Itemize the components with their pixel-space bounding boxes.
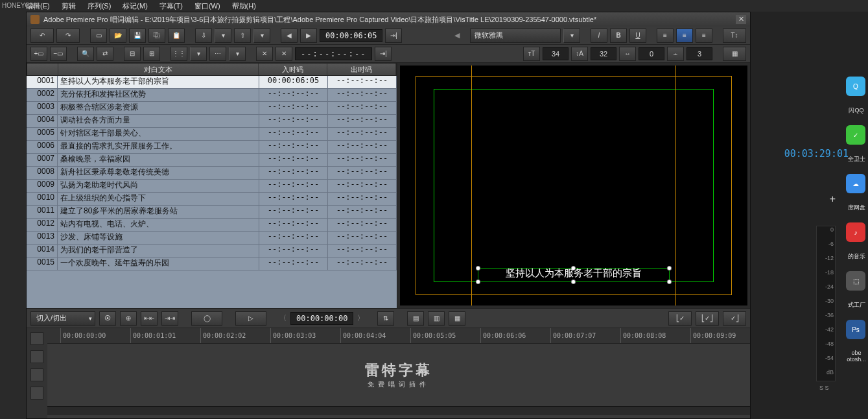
clear-in-button[interactable]: ✕ <box>256 47 273 61</box>
export-button[interactable]: ⇧ <box>234 29 251 43</box>
tl-tool-select[interactable] <box>30 350 43 363</box>
row-out-tc[interactable]: --:--:--:-- <box>328 115 397 127</box>
th-out-tc[interactable]: 出时码 <box>327 64 396 75</box>
tl-tool-layers[interactable] <box>30 387 43 400</box>
row-text[interactable]: 在上级组织的关心指导下 <box>58 193 259 205</box>
desktop-icon-360[interactable]: ✓ <box>846 125 865 145</box>
mark-out-button[interactable]: ⊕ <box>120 311 137 326</box>
play-button[interactable]: ▷ <box>235 311 266 326</box>
row-in-tc[interactable]: --:--:--:-- <box>259 180 328 192</box>
table-row[interactable]: 0002充分依托和发挥社区优势--:--:--:----:--:--:-- <box>27 89 397 102</box>
tl-tool-zoom[interactable] <box>30 332 43 345</box>
row-text[interactable]: 积极整合辖区涉老资源 <box>58 102 259 114</box>
replace-button[interactable]: ⇄ <box>97 47 113 61</box>
table-row[interactable]: 0003积极整合辖区涉老资源--:--:--:----:--:--:-- <box>27 102 397 115</box>
tool-a-button[interactable]: ⋮⋮ <box>170 47 187 61</box>
row-out-tc[interactable]: --:--:--:-- <box>328 76 397 88</box>
align-left-button[interactable]: ≡ <box>657 29 674 43</box>
timeline-ruler[interactable]: 00:00:00:0000:00:01:0100:00:02:0200:00:0… <box>47 328 750 344</box>
row-in-tc[interactable]: --:--:--:-- <box>259 128 328 140</box>
goto-button[interactable]: ⇥| <box>385 29 402 43</box>
row-in-tc[interactable]: --:--:--:-- <box>259 167 328 179</box>
row-in-tc[interactable]: --:--:--:-- <box>259 154 328 166</box>
row-text[interactable]: 新舟社区秉承尊老敬老传统美德 <box>58 167 259 179</box>
row-in-tc[interactable]: --:--:--:-- <box>259 219 328 231</box>
paste-button[interactable]: 📋 <box>168 29 185 43</box>
resize-handle[interactable] <box>571 280 576 284</box>
row-in-tc[interactable]: --:--:--:-- <box>259 89 328 101</box>
toolbar-timecode[interactable]: 00:00:06:05 <box>320 29 382 42</box>
row-text[interactable]: 一个欢度晚年、延年益寿的乐园 <box>58 257 259 270</box>
row-in-tc[interactable]: --:--:--:-- <box>259 245 328 257</box>
row-out-tc[interactable]: --:--:--:-- <box>328 128 397 140</box>
font-size-input[interactable] <box>543 47 569 60</box>
tool-b-button[interactable]: ⋯ <box>209 47 226 61</box>
mode-select[interactable]: 切入/切出 <box>30 311 95 326</box>
font-dropdown[interactable]: ▾ <box>563 29 580 43</box>
timeline-body[interactable]: 雷特字幕 免费唱词插件 <box>47 344 750 406</box>
clear-out-button[interactable]: ✕ <box>276 47 292 61</box>
record-button[interactable]: ◯ <box>191 311 222 326</box>
table-row[interactable]: 0013沙发、床铺等设施--:--:--:----:--:--:-- <box>27 232 397 245</box>
table-row[interactable]: 0004调动社会各方面力量--:--:--:----:--:--:-- <box>27 115 397 128</box>
export-dropdown[interactable]: ▾ <box>253 29 270 43</box>
desktop-icon-music[interactable]: ♪ <box>846 222 865 242</box>
merge-button[interactable]: ⊞ <box>143 47 160 61</box>
table-row[interactable]: 0007桑榆晚景，幸福家园--:--:--:----:--:--:-- <box>27 154 397 167</box>
copy-button[interactable]: ⿻ <box>148 29 165 43</box>
row-text[interactable]: 调动社会各方面力量 <box>58 115 259 127</box>
import-button[interactable]: ⇩ <box>195 29 212 43</box>
window-titlebar[interactable]: Adobe Premiere Pro 唱词编辑 - E:\2019年项目\3-6… <box>27 12 750 27</box>
resize-handle[interactable] <box>667 280 672 284</box>
table-row[interactable]: 0011建立了80多平米的居家养老服务站--:--:--:----:--:--:… <box>27 206 397 219</box>
table-row[interactable]: 0015一个欢度晚年、延年益寿的乐园--:--:--:----:--:--:-- <box>27 257 397 270</box>
row-text[interactable]: 针对辖区老干部最关心、 <box>58 128 259 140</box>
row-in-tc[interactable]: --:--:--:-- <box>259 257 328 270</box>
align-right-button[interactable]: ≡ <box>696 29 712 43</box>
underline-button[interactable]: U <box>629 29 646 43</box>
table-row[interactable]: 0008新舟社区秉承尊老敬老传统美德--:--:--:----:--:--:-- <box>27 167 397 180</box>
row-text[interactable]: 弘扬为老助老时代风尚 <box>58 180 259 192</box>
row-in-tc[interactable]: --:--:--:-- <box>259 206 328 218</box>
row-text[interactable]: 桑榆晚景，幸福家园 <box>58 154 259 166</box>
th-text[interactable]: 对白文本 <box>58 64 259 75</box>
prev-frame-button[interactable]: ◀ <box>281 29 298 43</box>
desktop-icon-qq[interactable]: Q <box>846 77 865 96</box>
row-in-tc[interactable]: --:--:--:-- <box>259 141 328 153</box>
anchor-center-button[interactable]: ⎣✓⎦ <box>696 311 719 326</box>
add-button[interactable]: + <box>830 193 836 205</box>
preview-toggle-button[interactable]: ▦ <box>723 47 746 61</box>
anchor-out-button[interactable]: ✓⎦ <box>723 311 746 326</box>
menu-sequence[interactable]: 序列(S) <box>88 1 111 11</box>
mark-in-button[interactable]: ⦿ <box>99 311 116 326</box>
split-button[interactable]: ⊟ <box>124 47 141 61</box>
next-frame-button[interactable]: ▶ <box>300 29 317 43</box>
desktop-icon-baidupan[interactable]: ☁ <box>846 174 865 193</box>
goto-out-button[interactable]: ⇥| <box>375 47 392 61</box>
row-out-tc[interactable]: --:--:--:-- <box>328 141 397 153</box>
menu-window[interactable]: 窗口(W) <box>194 1 220 11</box>
row-text[interactable]: 最直接的需求扎实开展服务工作。 <box>58 141 259 153</box>
row-text[interactable]: 建立了80多平米的居家养老服务站 <box>58 206 259 218</box>
new-button[interactable]: ▭ <box>90 29 107 43</box>
playback-timecode[interactable]: 00:00:00:00 <box>290 312 353 325</box>
row-out-tc[interactable]: --:--:--:-- <box>328 154 397 166</box>
menu-marker[interactable]: 标记(M) <box>123 1 148 11</box>
row-in-tc[interactable]: --:--:--:-- <box>259 102 328 114</box>
bold-button[interactable]: B <box>610 29 627 43</box>
row-out-tc[interactable]: --:--:--:-- <box>328 245 397 257</box>
row-text[interactable]: 为我们的老干部营造了 <box>58 245 259 257</box>
table-row[interactable]: 0005针对辖区老干部最关心、--:--:--:----:--:--:-- <box>27 128 397 141</box>
table-row[interactable]: 0001坚持以人为本服务老干部的宗旨00:00:06:05--:--:--:-- <box>27 76 397 89</box>
timeline-scrollbar[interactable] <box>47 406 750 415</box>
table-row[interactable]: 0014为我们的老干部营造了--:--:--:----:--:--:-- <box>27 245 397 257</box>
menu-clip[interactable]: 剪辑 <box>62 1 76 11</box>
delete-row-button[interactable]: −▭ <box>50 47 67 61</box>
row-out-tc[interactable]: --:--:--:-- <box>328 102 397 114</box>
row-text[interactable]: 沙发、床铺等设施 <box>58 232 259 244</box>
menu-help[interactable]: 帮助(H) <box>232 1 256 11</box>
desktop-icon-ps[interactable]: Ps <box>846 320 865 339</box>
table-row[interactable]: 0012站内有电视、电话、火炉、--:--:--:----:--:--:-- <box>27 219 397 232</box>
row-out-tc[interactable]: --:--:--:-- <box>328 206 397 218</box>
row-out-tc[interactable]: --:--:--:-- <box>328 180 397 192</box>
